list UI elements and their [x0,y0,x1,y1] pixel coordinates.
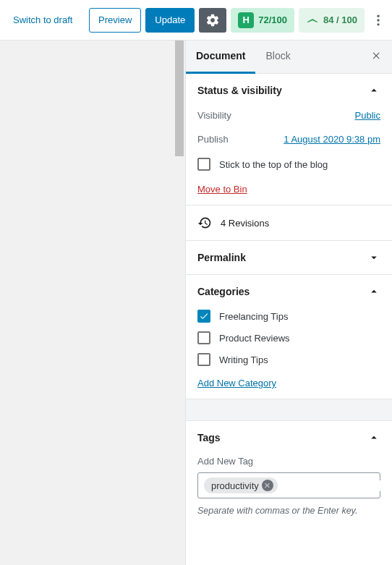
close-sidebar-button[interactable] [362,51,392,63]
add-category-link[interactable]: Add New Category [197,378,380,388]
section-categories: Categories Freelancing TipsProduct Revie… [186,275,392,399]
tag-hint: Separate with commas or the Enter key. [197,506,380,516]
seo-h-badge[interactable]: H 72/100 [231,8,294,33]
section-title: Tags [197,432,221,443]
category-row: Freelancing Tips [197,310,380,323]
sidebar-tabbar: Document Block [186,41,392,74]
editor-area[interactable] [0,41,185,565]
section-head-status[interactable]: Status & visibility [197,84,380,97]
settings-button[interactable] [199,8,226,33]
section-tags: Tags Add New Tag productivity Separate w… [186,421,392,526]
switch-to-draft-link[interactable]: Switch to draft [13,14,72,25]
tag-subhead: Add New Tag [197,456,380,467]
stick-row: Stick to the top of the blog [197,158,380,171]
update-button[interactable]: Update [145,8,195,33]
preview-button[interactable]: Preview [89,8,141,33]
chevron-down-icon [367,251,380,264]
section-title: Status & visibility [197,85,282,96]
tag-token-label: productivity [211,480,259,491]
category-label: Freelancing Tips [219,311,288,322]
category-row: Writing Tips [197,353,380,366]
chevron-up-icon [367,84,380,97]
visibility-row: Visibility Public [197,110,380,121]
section-title: Categories [197,286,250,297]
category-checkbox[interactable] [197,353,210,366]
y-score: 84 / 100 [323,14,357,25]
h-score: 72/100 [258,14,287,25]
tab-block[interactable]: Block [255,41,300,74]
publish-value-link[interactable]: 1 August 2020 9:38 pm [284,134,380,145]
publish-row: Publish 1 August 2020 9:38 pm [197,134,380,145]
svg-point-2 [377,23,379,25]
seo-yoast-badge[interactable]: 84 / 100 [299,8,365,33]
section-head-permalink[interactable]: Permalink [197,251,380,264]
h-icon: H [238,12,254,28]
categories-list: Freelancing TipsProduct ReviewsWriting T… [197,310,380,366]
category-checkbox[interactable] [197,310,210,323]
editor-scrollbar[interactable] [174,41,185,565]
category-label: Writing Tips [219,354,268,365]
category-row: Product Reviews [197,331,380,344]
section-permalink: Permalink [186,241,392,275]
visibility-value-link[interactable]: Public [355,110,380,121]
history-icon [197,216,212,230]
tag-token: productivity [204,477,278,493]
tab-document[interactable]: Document [186,41,255,74]
section-head-categories[interactable]: Categories [197,285,380,298]
revisions-button[interactable]: 4 Revisions [197,216,380,230]
move-to-bin-link[interactable]: Move to Bin [197,184,380,195]
category-label: Product Reviews [219,333,290,344]
close-icon [264,482,271,489]
category-checkbox[interactable] [197,331,210,344]
tag-input-container[interactable]: productivity [197,472,380,498]
svg-point-1 [377,19,379,21]
sidebar-gap [186,399,392,421]
chevron-up-icon [367,285,380,298]
section-status-visibility: Status & visibility Visibility Public Pu… [186,74,392,205]
sidebar-body[interactable]: Status & visibility Visibility Public Pu… [186,74,392,565]
close-icon [372,51,382,61]
settings-sidebar: Document Block Status & visibility Visib… [185,41,392,565]
publish-label: Publish [197,134,229,145]
more-menu-button[interactable] [369,8,388,33]
stick-checkbox[interactable] [197,158,210,171]
section-title: Permalink [197,252,246,263]
section-head-tags[interactable]: Tags [197,431,380,444]
check-icon [199,311,209,321]
visibility-label: Visibility [197,110,231,121]
stick-label: Stick to the top of the blog [219,159,328,170]
chevron-up-icon [367,431,380,444]
revisions-label: 4 Revisions [221,218,269,229]
gear-icon [205,13,220,27]
more-vertical-icon [371,13,385,27]
tag-input[interactable] [282,480,392,491]
top-toolbar: Switch to draft Preview Update H 72/100 … [0,0,392,41]
svg-point-0 [377,14,379,17]
section-revisions: 4 Revisions [186,205,392,241]
yoast-icon [306,12,319,27]
scrollbar-thumb[interactable] [175,41,184,156]
tag-remove-button[interactable] [262,480,273,491]
